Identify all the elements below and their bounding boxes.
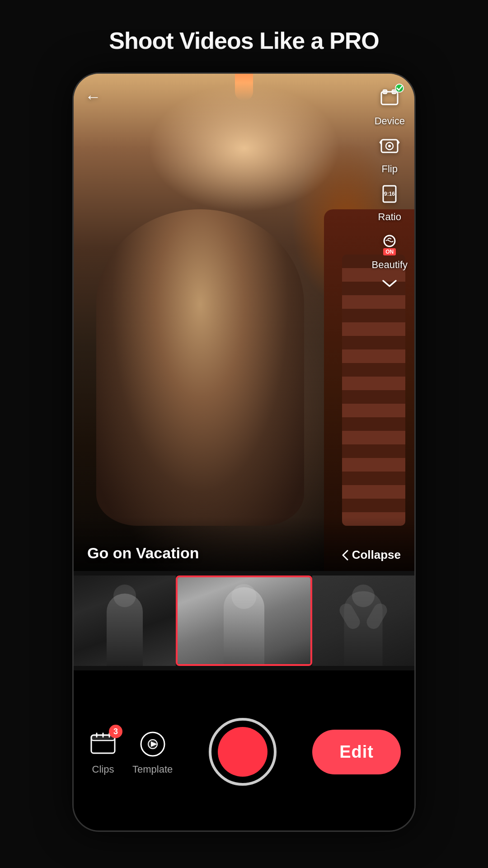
subject-silhouette <box>96 209 304 526</box>
ratio-icon: 9:16 <box>379 183 400 205</box>
ratio-button[interactable]: 9:16 Ratio <box>374 179 405 223</box>
template-button[interactable]: Template <box>132 728 173 775</box>
thumb-head <box>113 585 136 607</box>
beautify-on-badge: ON <box>383 248 396 255</box>
thumbnail-bg <box>74 576 176 666</box>
controls-row: 3 Clips Template <box>87 718 401 786</box>
collapse-chevron-icon <box>341 549 349 561</box>
left-controls: 3 Clips Template <box>87 728 173 775</box>
svg-text:9:16: 9:16 <box>384 191 395 197</box>
thumbnail-bg-3 <box>312 576 414 666</box>
check-icon <box>396 77 403 99</box>
thumbnail-item-active[interactable] <box>176 576 312 666</box>
clips-button[interactable]: 3 Clips <box>87 728 119 775</box>
device-active-badge <box>395 84 404 93</box>
flip-icon-container <box>374 131 405 161</box>
svg-point-7 <box>388 145 391 147</box>
bottom-controls: 3 Clips Template <box>74 670 414 832</box>
record-inner <box>218 727 267 777</box>
beautify-button[interactable]: ON Beautify <box>372 226 408 271</box>
phone-frame: ← <box>72 72 416 832</box>
thumbnail-bg-active <box>178 577 310 664</box>
flip-icon <box>379 135 400 157</box>
thumbnail-item-3[interactable] <box>312 576 414 666</box>
expand-button[interactable] <box>374 274 405 292</box>
template-label: Template <box>132 764 173 775</box>
thumbnails-strip <box>74 571 414 670</box>
edit-button[interactable]: Edit <box>312 730 401 774</box>
chevron-down-icon <box>380 278 399 289</box>
template-icon-container <box>137 728 169 760</box>
light-decoration <box>235 74 253 101</box>
device-label: Device <box>375 115 405 127</box>
flip-button[interactable]: Flip <box>374 131 405 175</box>
right-toolbar: Device Flip <box>372 83 408 292</box>
template-icon <box>138 730 167 759</box>
page-title: Shoot Videos Like a PRO <box>109 27 379 54</box>
ratio-label: Ratio <box>378 211 401 223</box>
clips-count-badge: 3 <box>109 725 122 738</box>
flip-label: Flip <box>382 163 398 175</box>
clips-label: Clips <box>92 764 114 775</box>
furniture-detail <box>342 255 405 526</box>
camera-view: ← <box>74 74 414 571</box>
device-button[interactable]: Device <box>374 83 405 127</box>
record-button[interactable] <box>209 718 277 786</box>
beautify-icon-container: ON <box>374 226 405 257</box>
collapse-label: Collapse <box>352 548 401 562</box>
device-icon-container <box>374 83 405 113</box>
collapse-button[interactable]: Collapse <box>341 548 401 562</box>
scene-title: Go on Vacation <box>87 544 341 562</box>
beautify-label: Beautify <box>372 259 408 271</box>
ratio-icon-container: 9:16 <box>374 179 405 209</box>
thumb-head-3 <box>352 585 375 607</box>
back-button[interactable]: ← <box>85 87 101 106</box>
thumbnail-item[interactable] <box>74 576 176 666</box>
clips-icon-container: 3 <box>87 728 119 760</box>
camera-overlay: Go on Vacation Collapse <box>74 517 414 571</box>
thumb-head-active <box>232 584 257 609</box>
